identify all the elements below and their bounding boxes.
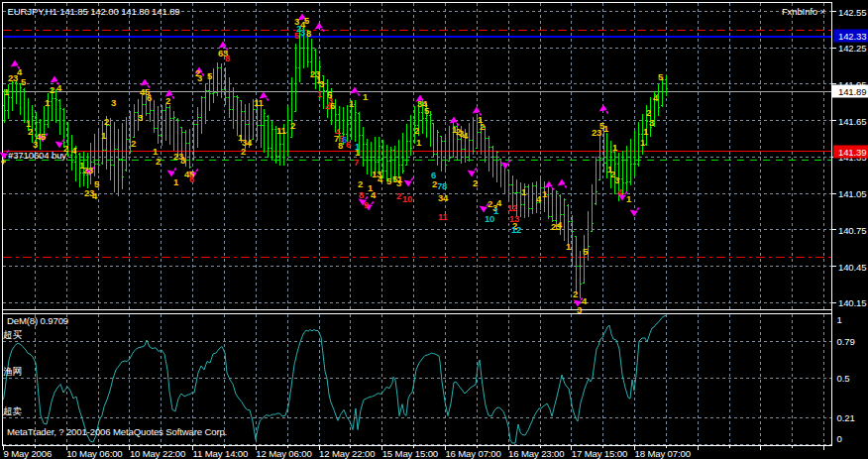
svg-text:11: 11 — [254, 97, 265, 108]
svg-text:3: 3 — [197, 72, 202, 83]
svg-text:12: 12 — [511, 224, 521, 235]
svg-text:3: 3 — [33, 139, 38, 150]
svg-text:3: 3 — [614, 174, 619, 185]
svg-text:141.65: 141.65 — [838, 116, 866, 127]
svg-text:3: 3 — [300, 27, 305, 38]
svg-text:16 May 07:00: 16 May 07:00 — [445, 448, 500, 459]
svg-text:140.75: 140.75 — [838, 225, 866, 236]
svg-text:MetaTrader, ? 2001-2006 MetaQu: MetaTrader, ? 2001-2006 MetaQuotes Softw… — [7, 426, 227, 437]
svg-text:0.79: 0.79 — [837, 336, 855, 347]
svg-text:17 May 15:00: 17 May 15:00 — [572, 448, 627, 459]
svg-text:141.89: 141.89 — [838, 86, 866, 97]
svg-text:2: 2 — [358, 178, 363, 189]
svg-text:DeM(8) 0.9709: DeM(8) 0.9709 — [7, 315, 68, 326]
svg-text:2: 2 — [50, 84, 54, 95]
svg-text:2: 2 — [165, 95, 170, 106]
svg-text:2: 2 — [480, 121, 485, 132]
svg-text:FxnbInfo ×: FxnbInfo × — [782, 6, 825, 17]
svg-text:0: 0 — [837, 433, 842, 444]
svg-text:2: 2 — [573, 288, 578, 299]
svg-text:10 May 22:00: 10 May 22:00 — [130, 448, 185, 459]
svg-text:0.21: 0.21 — [837, 412, 855, 423]
svg-text:6: 6 — [346, 139, 351, 150]
svg-text:2: 2 — [131, 138, 136, 149]
svg-text:8: 8 — [306, 28, 311, 39]
svg-text:10: 10 — [402, 193, 412, 204]
svg-text:超卖: 超卖 — [3, 405, 22, 416]
svg-text:7: 7 — [354, 157, 359, 168]
svg-text:8: 8 — [338, 140, 343, 151]
svg-text:6: 6 — [189, 173, 194, 184]
svg-text:8: 8 — [225, 53, 230, 63]
svg-text:2: 2 — [241, 146, 246, 157]
svg-text:2: 2 — [28, 126, 33, 137]
svg-text:#3710604 buy: #3710604 buy — [8, 150, 66, 161]
svg-text:3: 3 — [138, 112, 143, 123]
svg-text:2: 2 — [396, 190, 401, 201]
svg-text:2: 2 — [104, 116, 109, 127]
svg-text:2: 2 — [290, 120, 295, 131]
svg-text:3: 3 — [396, 177, 401, 188]
svg-text:超买: 超买 — [3, 329, 22, 340]
svg-text:2: 2 — [414, 125, 419, 136]
svg-text:15 May 15:00: 15 May 15:00 — [382, 448, 438, 459]
svg-text:12 May 22:00: 12 May 22:00 — [319, 448, 375, 459]
svg-text:1: 1 — [837, 314, 842, 325]
svg-text:2: 2 — [473, 177, 478, 188]
svg-text:140.45: 140.45 — [838, 262, 866, 273]
svg-text:11: 11 — [276, 125, 287, 136]
svg-text:11: 11 — [438, 211, 449, 222]
svg-text:141.39: 141.39 — [838, 147, 866, 158]
svg-text:11 May 14:00: 11 May 14:00 — [193, 448, 249, 459]
svg-text:142.55: 142.55 — [838, 7, 866, 18]
svg-text:23: 23 — [83, 165, 93, 175]
svg-text:6: 6 — [330, 100, 335, 111]
svg-text:78: 78 — [437, 180, 447, 191]
svg-text:3: 3 — [577, 304, 582, 315]
svg-text:9 May 2006: 9 May 2006 — [4, 448, 53, 459]
svg-text:142.33: 142.33 — [838, 31, 866, 42]
svg-text:18 May 07:00: 18 May 07:00 — [635, 448, 691, 459]
svg-text:EURJPY,H1 141.85 142.00 141.8: EURJPY,H1 141.85 142.00 141.80 141.89 — [8, 6, 180, 17]
svg-text:140.15: 140.15 — [838, 297, 866, 308]
svg-text:9: 9 — [364, 199, 369, 210]
svg-text:34: 34 — [438, 192, 449, 203]
svg-text:142.25: 142.25 — [838, 43, 866, 54]
svg-text:3: 3 — [180, 155, 185, 166]
svg-text:3: 3 — [649, 117, 654, 128]
svg-text:2: 2 — [156, 156, 161, 167]
svg-text:10 May 06:00: 10 May 06:00 — [66, 448, 122, 459]
svg-text:3: 3 — [111, 97, 116, 108]
svg-text:16 May 23:00: 16 May 23:00 — [508, 448, 564, 459]
svg-text:渔网: 渔网 — [3, 366, 22, 377]
svg-text:12 May 06:00: 12 May 06:00 — [256, 448, 311, 459]
svg-text:6: 6 — [147, 92, 152, 103]
svg-text:12: 12 — [507, 202, 517, 213]
svg-text:141.05: 141.05 — [838, 188, 866, 199]
svg-text:0.5: 0.5 — [837, 373, 850, 384]
